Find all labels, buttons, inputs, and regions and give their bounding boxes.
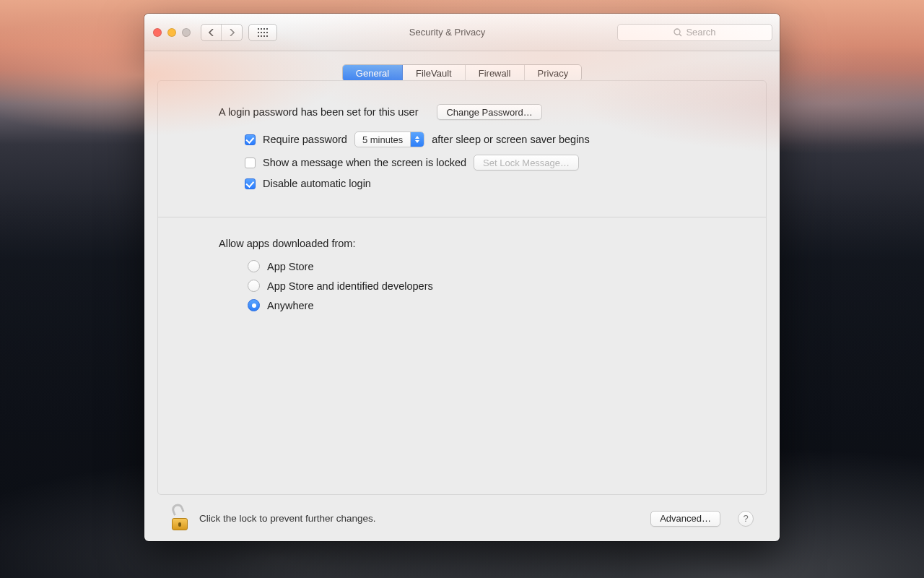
- tab-privacy[interactable]: Privacy: [525, 65, 582, 81]
- allow-apps-option-label: App Store and identified developers: [267, 280, 433, 292]
- search-field[interactable]: Search: [617, 24, 772, 41]
- select-value: 5 minutes: [355, 134, 410, 145]
- allow-apps-option-label: App Store: [267, 261, 314, 272]
- require-password-delay-select[interactable]: 5 minutes: [354, 131, 424, 147]
- allow-apps-radio-appstore[interactable]: [248, 260, 260, 272]
- help-button[interactable]: ?: [738, 511, 754, 527]
- footer: Click the lock to prevent further change…: [157, 495, 767, 541]
- tab-bar: General FileVault Firewall Privacy: [157, 64, 767, 82]
- lock-hint-text: Click the lock to prevent further change…: [199, 513, 640, 524]
- tab-label: FileVault: [416, 68, 452, 79]
- svg-rect-5: [261, 32, 262, 33]
- preferences-window: Security & Privacy Search General FileVa…: [144, 14, 780, 541]
- svg-line-13: [679, 34, 681, 36]
- svg-rect-3: [266, 28, 268, 30]
- back-button[interactable]: [201, 25, 222, 40]
- window-title: Security & Privacy: [409, 27, 485, 38]
- svg-rect-7: [266, 32, 268, 33]
- require-password-checkbox[interactable]: [245, 134, 256, 145]
- minimize-window-button[interactable]: [167, 28, 176, 37]
- toolbar: Security & Privacy Search: [144, 14, 780, 51]
- tab-label: Firewall: [479, 68, 511, 79]
- require-password-label-after: after sleep or screen saver begins: [432, 134, 589, 145]
- lock-body-icon: [172, 518, 188, 530]
- svg-rect-10: [263, 35, 265, 37]
- show-all-button[interactable]: [248, 24, 277, 41]
- svg-point-12: [674, 29, 680, 35]
- change-password-button[interactable]: Change Password…: [437, 104, 541, 120]
- help-icon: ?: [743, 513, 748, 524]
- login-password-status: A login password has been set for this u…: [219, 106, 418, 118]
- chevron-right-icon: [229, 29, 235, 36]
- svg-rect-6: [263, 32, 265, 33]
- tab-general[interactable]: General: [343, 65, 403, 81]
- svg-rect-1: [261, 28, 262, 30]
- tab-filevault[interactable]: FileVault: [403, 65, 466, 81]
- svg-rect-0: [258, 28, 259, 30]
- search-icon: [674, 28, 682, 37]
- nav-back-forward: [201, 24, 243, 41]
- allow-apps-heading: Allow apps downloaded from:: [219, 238, 355, 249]
- zoom-window-button: [182, 28, 191, 37]
- set-lock-message-button: Set Lock Message…: [474, 155, 579, 171]
- advanced-button[interactable]: Advanced…: [650, 511, 720, 527]
- chevron-left-icon: [209, 29, 214, 36]
- show-lock-message-checkbox[interactable]: [245, 158, 256, 168]
- general-panel: A login password has been set for this u…: [157, 80, 767, 495]
- disable-auto-login-label: Disable automatic login: [263, 178, 371, 189]
- require-password-label-before: Require password: [263, 134, 347, 145]
- lock-button[interactable]: [170, 507, 189, 530]
- tab-label: General: [356, 68, 389, 79]
- lock-open-icon: [170, 502, 185, 516]
- close-window-button[interactable]: [153, 28, 162, 37]
- svg-rect-11: [266, 35, 268, 37]
- tab-firewall[interactable]: Firewall: [466, 65, 525, 81]
- svg-rect-2: [263, 28, 265, 30]
- svg-rect-4: [258, 32, 259, 33]
- tab-label: Privacy: [538, 68, 569, 79]
- traffic-lights: [153, 28, 191, 37]
- search-placeholder: Search: [686, 27, 715, 38]
- svg-rect-9: [261, 35, 262, 37]
- allow-apps-radio-anywhere[interactable]: [248, 299, 260, 311]
- forward-button[interactable]: [222, 25, 242, 40]
- stepper-icon: [410, 132, 424, 147]
- content-area: General FileVault Firewall Privacy A log…: [144, 51, 780, 541]
- show-lock-message-label: Show a message when the screen is locked: [263, 157, 466, 168]
- allow-apps-option-label: Anywhere: [267, 300, 313, 311]
- disable-auto-login-checkbox[interactable]: [245, 178, 256, 189]
- grid-icon: [258, 28, 268, 37]
- allow-apps-radio-identified[interactable]: [248, 280, 260, 292]
- svg-rect-8: [258, 35, 259, 37]
